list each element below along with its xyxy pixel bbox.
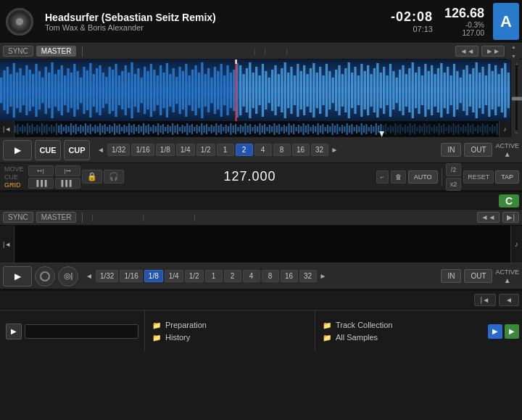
- beat-btn-c-1_32[interactable]: 1/32: [96, 270, 118, 282]
- svg-rect-287: [312, 125, 314, 133]
- record-loop-btn-c[interactable]: ◎|: [58, 266, 78, 287]
- svg-rect-84: [265, 71, 267, 110]
- browser-item-track-collection[interactable]: 📁 Track Collection: [321, 320, 479, 330]
- svg-rect-207: [119, 124, 120, 134]
- beat-btn-c-1_4[interactable]: 1/4: [165, 270, 183, 282]
- reset-btn-a[interactable]: RESET: [463, 170, 494, 184]
- tick-c3: |: [194, 214, 195, 221]
- beat-btn-c-1[interactable]: 1: [205, 270, 223, 282]
- right-controls-a: ⌐ 🗑 AUTO /2 x2 RESET: [376, 163, 494, 191]
- svg-rect-98: [310, 68, 312, 112]
- sync-button-c[interactable]: SYNC: [3, 212, 33, 223]
- auto-btn-a[interactable]: AUTO: [408, 170, 438, 184]
- svg-rect-9: [25, 65, 28, 115]
- tick-c1: |: [91, 214, 93, 221]
- beat-btn-c-1_16[interactable]: 1/16: [120, 270, 142, 282]
- beat-btn-32[interactable]: 32: [311, 144, 328, 156]
- browser-item-history[interactable]: 📁 History: [151, 332, 309, 342]
- nav-back-c[interactable]: ◄◄: [477, 212, 500, 223]
- beat-btn-c-32[interactable]: 32: [299, 270, 317, 282]
- beat-btn-c-1_2[interactable]: 1/2: [185, 270, 204, 282]
- cup-button-a[interactable]: CUP: [64, 140, 90, 160]
- deck-a-bpm: 126.68 -0.3% 127.00: [439, 0, 490, 43]
- lock-button-a[interactable]: 🔒: [82, 170, 102, 184]
- nudge-right-btn[interactable]: |↦: [55, 165, 80, 176]
- svg-rect-221: [152, 125, 154, 133]
- beat-btn-c-4[interactable]: 4: [243, 270, 260, 282]
- master-button-c[interactable]: MASTER: [36, 212, 77, 223]
- waveform-nav-right-c[interactable]: ♪: [510, 226, 522, 263]
- beat-nav-left-a[interactable]: ◄: [96, 146, 106, 154]
- svg-rect-156: [494, 65, 497, 115]
- nav-back-a[interactable]: ◄◄: [455, 46, 478, 57]
- svg-rect-204: [112, 126, 113, 132]
- svg-rect-164: [14, 125, 16, 133]
- beat-btn-16[interactable]: 16: [292, 144, 310, 156]
- nudge-left-fine-btn[interactable]: ▐▐▐: [28, 178, 54, 189]
- beat-btn-8[interactable]: 8: [273, 144, 291, 156]
- beat-btn-c-1_8[interactable]: 1/8: [144, 270, 163, 282]
- nav-fwd-c[interactable]: ▶|: [502, 212, 519, 223]
- half-speed-btn[interactable]: /2: [446, 163, 462, 176]
- in-button-a[interactable]: IN: [441, 143, 461, 157]
- sync-button-a[interactable]: SYNC: [3, 46, 33, 57]
- svg-rect-339: [439, 123, 440, 135]
- master-button-a[interactable]: MASTER: [36, 46, 77, 57]
- in-button-c[interactable]: IN: [441, 269, 461, 283]
- beat-btn-4[interactable]: 4: [254, 144, 272, 156]
- record-btn-c[interactable]: [35, 266, 55, 287]
- browser-add-btn-1[interactable]: ▶: [488, 324, 502, 339]
- grid-label: GRID: [3, 181, 25, 189]
- bottom-nav-skip[interactable]: |◄: [474, 294, 497, 306]
- bottom-nav-prev[interactable]: ◄: [499, 294, 519, 306]
- cue-button-a[interactable]: CUE: [35, 140, 61, 160]
- beat-btn-c-16[interactable]: 16: [281, 270, 298, 282]
- beat-btn-1[interactable]: 1: [217, 144, 234, 156]
- browser-search-input[interactable]: [25, 324, 138, 339]
- double-speed-btn[interactable]: x2: [446, 178, 462, 191]
- beat-btn-c-2[interactable]: 2: [224, 270, 241, 282]
- pitch-scroll-up[interactable]: ▲: [511, 44, 516, 49]
- svg-rect-150: [476, 62, 478, 118]
- play-button-c[interactable]: ▶: [3, 266, 32, 287]
- browser-add-btn-2[interactable]: ▶: [505, 324, 519, 339]
- nav-fwd-a[interactable]: ►►: [481, 46, 505, 57]
- beat-btn-1_16[interactable]: 1/16: [131, 144, 154, 156]
- svg-rect-22: [67, 68, 69, 112]
- beat-btn-1_4[interactable]: 1/4: [176, 144, 195, 156]
- svg-rect-174: [38, 126, 40, 132]
- beat-btn-1_32[interactable]: 1/32: [107, 144, 130, 156]
- svg-rect-15: [45, 67, 47, 114]
- nudge-left-btn[interactable]: ↤|: [28, 165, 54, 176]
- browser-item-all-samples[interactable]: 📁 All Samples: [321, 332, 479, 342]
- overview-nav-right-a[interactable]: ♪: [499, 121, 510, 137]
- beat-nav-left-c[interactable]: ◄: [84, 272, 94, 280]
- svg-rect-100: [316, 73, 318, 108]
- delete-btn-a[interactable]: 🗑: [391, 170, 406, 184]
- waveform-nav-left-c[interactable]: |◄: [0, 226, 14, 263]
- beat-btn-c-8[interactable]: 8: [262, 270, 279, 282]
- svg-rect-198: [97, 126, 99, 132]
- headphone-button-a[interactable]: 🎧: [104, 170, 124, 184]
- svg-rect-278: [291, 125, 292, 133]
- beat-nav-right-a[interactable]: ►: [330, 146, 340, 154]
- all-samples-icon: 📁: [323, 334, 331, 342]
- out-button-a[interactable]: OUT: [464, 143, 492, 157]
- svg-rect-254: [233, 125, 234, 133]
- overview-nav-left-a[interactable]: |◄: [0, 121, 14, 137]
- pitch-scroll-dn[interactable]: ▼: [511, 54, 516, 59]
- browser-item-preparation[interactable]: 📁 Preparation: [151, 320, 309, 330]
- beat-btn-1_8[interactable]: 1/8: [156, 144, 175, 156]
- browser-play-btn[interactable]: ▶: [6, 324, 22, 339]
- pitch-slider-a[interactable]: + ≡: [510, 59, 522, 137]
- tick-ctrl-up[interactable]: ⌐: [376, 170, 389, 184]
- beat-btn-2[interactable]: 2: [236, 144, 253, 156]
- out-button-c[interactable]: OUT: [464, 269, 492, 283]
- play-button-a[interactable]: ▶: [3, 140, 32, 160]
- nudge-right-fine-btn[interactable]: ▌▌▌: [55, 178, 80, 189]
- svg-rect-282: [300, 126, 302, 132]
- tap-btn-a[interactable]: TAP: [495, 170, 519, 184]
- svg-rect-265: [259, 123, 260, 135]
- beat-btn-1_2[interactable]: 1/2: [196, 144, 215, 156]
- beat-nav-right-c[interactable]: ►: [318, 272, 328, 280]
